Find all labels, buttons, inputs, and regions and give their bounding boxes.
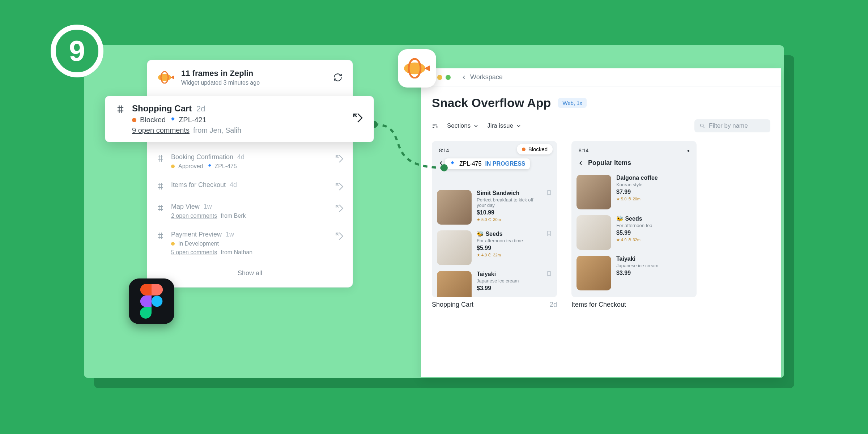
- window-titlebar: Workspace: [421, 68, 781, 86]
- screen-thumbnail: 8:14◂ Popular items Dalgona coffeeKorean…: [571, 141, 697, 297]
- widget-subtitle: Widget updated 3 minutes ago: [181, 80, 260, 86]
- bookmark-icon: [546, 230, 552, 236]
- product-row: Dalgona coffeeKorean style$7.99★ 5.0 ⏱ 2…: [576, 172, 692, 212]
- frame-row[interactable]: Map View 1w 2 open comments from Berk: [147, 197, 353, 225]
- frame-age: 4d: [230, 181, 237, 188]
- back-icon: [578, 160, 584, 166]
- filter-bar: Sections Jira issue Filter by name: [421, 114, 781, 141]
- svg-point-3: [404, 63, 425, 75]
- jira-link[interactable]: ZPL-475: [207, 163, 237, 170]
- frame-name: Items for Checkout: [171, 181, 226, 188]
- sections-dropdown[interactable]: Sections: [447, 122, 478, 129]
- screen-card[interactable]: Blocked 8:14◂ S ZPL-475IN PROGRESS Simit…: [432, 141, 557, 309]
- jira-badge: ZPL-475IN PROGRESS: [445, 158, 530, 169]
- commenters: from Berk: [221, 213, 246, 219]
- screen-card[interactable]: 8:14◂ Popular items Dalgona coffeeKorean…: [571, 141, 697, 309]
- product-row: 🐝 SeedsFor afternoon tea time$5.99★ 4.9 …: [437, 227, 552, 268]
- screen-age: 2d: [550, 301, 557, 309]
- screen-thumbnail: Blocked 8:14◂ S ZPL-475IN PROGRESS Simit…: [432, 141, 557, 297]
- frame-row[interactable]: Items for Checkout 4d: [147, 175, 353, 197]
- search-input[interactable]: Filter by name: [694, 119, 770, 132]
- frame-status: Approved: [178, 163, 203, 170]
- bookmark-icon: [546, 190, 552, 196]
- product-row: TaiyakiJapanese ice cream$3.99: [437, 268, 552, 297]
- product-row: Simit SandwichPerfect breakfast to kick …: [437, 187, 552, 227]
- svg-point-2: [701, 124, 703, 127]
- project-chip: Web, 1x: [558, 98, 587, 108]
- frame-icon: [115, 104, 125, 114]
- chevron-down-icon: [473, 123, 478, 128]
- comments-link[interactable]: 2 open comments: [171, 213, 217, 219]
- chevron-down-icon: [516, 123, 521, 128]
- svg-point-0: [158, 74, 171, 81]
- show-all-button[interactable]: Show all: [147, 261, 353, 287]
- open-icon[interactable]: [335, 231, 344, 241]
- frame-icon: [156, 231, 165, 240]
- comments-link[interactable]: 9 open comments: [132, 126, 190, 135]
- product-row: TaiyakiJapanese ice cream$3.99: [576, 253, 692, 293]
- frame-name: Map View: [171, 203, 200, 210]
- open-icon[interactable]: [352, 112, 363, 124]
- svg-point-5: [152, 296, 162, 307]
- commenters: from Jen, Salih: [193, 126, 241, 135]
- frame-age: 4d: [237, 153, 244, 161]
- bookmark-icon: [546, 271, 552, 277]
- frame-status: In Development: [178, 241, 219, 247]
- open-icon[interactable]: [335, 182, 344, 191]
- project-title: Snack Overflow App: [432, 96, 551, 110]
- product-row: 🐝 SeedsFor afternoon tea$5.99★ 4.9 ⏱ 32m: [576, 212, 692, 253]
- refresh-icon[interactable]: [333, 73, 342, 82]
- screen-name: Items for Checkout: [571, 301, 626, 309]
- back-icon: [438, 160, 444, 166]
- open-icon[interactable]: [335, 154, 344, 163]
- screens-grid: Blocked 8:14◂ S ZPL-475IN PROGRESS Simit…: [421, 141, 781, 319]
- figma-app-icon: [129, 278, 174, 324]
- frame-name: Shopping Cart: [132, 103, 192, 113]
- phone-time: 8:14: [579, 148, 588, 153]
- frame-name: Booking Confirmation: [171, 153, 233, 161]
- frame-row[interactable]: Booking Confirmation 4d ApprovedZPL-475: [147, 148, 353, 175]
- frame-age: 1w: [204, 203, 212, 210]
- figma-widget: 11 frames in Zeplin Widget updated 3 min…: [147, 60, 353, 288]
- widget-header: 11 frames in Zeplin Widget updated 3 min…: [147, 60, 353, 93]
- breadcrumb[interactable]: Workspace: [461, 73, 503, 81]
- number-badge: 9: [51, 25, 103, 77]
- zeplin-icon: [157, 69, 175, 86]
- sort-icon[interactable]: [432, 123, 438, 129]
- status-dot: [171, 165, 175, 168]
- jira-link[interactable]: ZPL-421: [169, 116, 207, 124]
- frame-row[interactable]: Payment Preview 1w In Development 5 open…: [147, 225, 353, 261]
- frame-icon: [156, 154, 165, 163]
- commenters: from Nathan: [221, 249, 252, 256]
- frame-status: Blocked: [140, 116, 166, 124]
- project-header: Snack Overflow App Web, 1x: [421, 86, 781, 114]
- frame-age: 2d: [196, 104, 205, 113]
- zeplin-app-window: Workspace Snack Overflow App Web, 1x Sec…: [421, 68, 781, 377]
- frame-age: 1w: [226, 231, 234, 238]
- zeplin-app-icon: [398, 49, 436, 88]
- frame-row-highlighted[interactable]: Shopping Cart 2d BlockedZPL-421 9 open c…: [105, 96, 374, 142]
- status-badge: Blocked: [517, 144, 553, 154]
- number-badge-text: 9: [69, 34, 85, 68]
- widget-title: 11 frames in Zeplin: [181, 69, 260, 78]
- phone-title: Popular items: [588, 159, 631, 167]
- status-dot: [171, 242, 175, 246]
- comments-link[interactable]: 5 open comments: [171, 249, 217, 256]
- frame-name: Payment Preview: [171, 231, 222, 238]
- screen-name: Shopping Cart: [432, 301, 473, 309]
- frame-icon: [156, 182, 165, 191]
- search-icon: [699, 123, 705, 129]
- jira-dropdown[interactable]: Jira issue: [487, 122, 521, 129]
- status-dot: [132, 118, 136, 122]
- frame-icon: [156, 204, 165, 212]
- phone-time: 8:14: [439, 148, 449, 153]
- open-icon[interactable]: [335, 204, 344, 213]
